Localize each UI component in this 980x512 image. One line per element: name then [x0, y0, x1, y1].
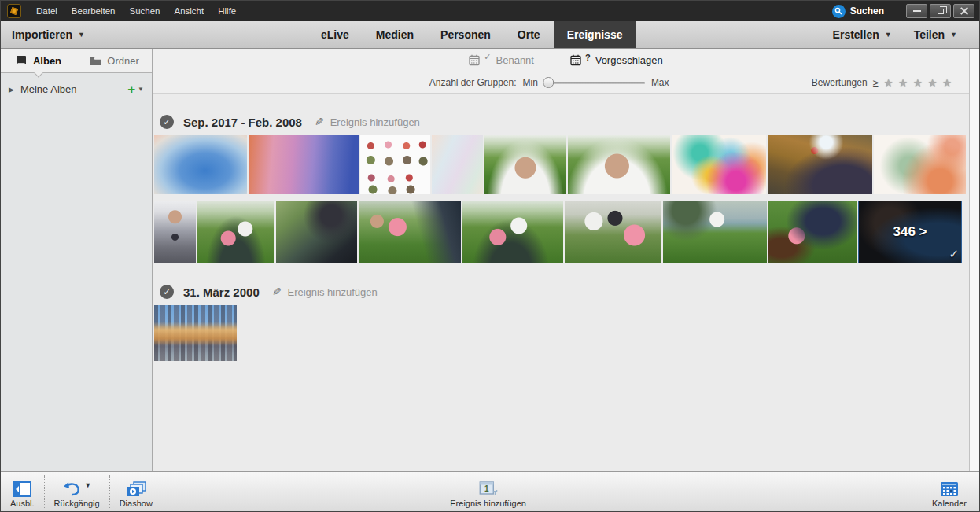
scrollbar[interactable]: [969, 49, 979, 471]
slideshow-button[interactable]: Diashow: [110, 472, 162, 511]
thumb-check-icon[interactable]: ✓: [949, 247, 959, 261]
add-event-link[interactable]: Ereignis hinzufügen: [330, 116, 420, 128]
max-label: Max: [651, 77, 669, 88]
group-check-icon[interactable]: ✓: [160, 285, 174, 299]
photo-thumbnail-family-selfie-2[interactable]: [462, 201, 563, 263]
group-check-icon[interactable]: ✓: [160, 115, 174, 129]
create-button[interactable]: Erstellen ▼: [825, 28, 900, 41]
check-mark: ✓: [484, 52, 491, 62]
chevron-down-icon: ▼: [138, 86, 144, 93]
close-button[interactable]: [953, 4, 974, 18]
question-mark: ?: [585, 53, 591, 62]
app-logo-icon: [7, 4, 21, 18]
event-group-title: Sep. 2017 - Feb. 2008: [183, 116, 302, 129]
tab-personen[interactable]: Personen: [427, 21, 504, 48]
photo-thumbnail-family-lying[interactable]: [768, 201, 857, 263]
calendar-named-icon: [469, 54, 481, 66]
minimize-button[interactable]: [906, 4, 927, 18]
menu-datei[interactable]: Datei: [29, 1, 64, 21]
min-label: Min: [523, 77, 538, 88]
hide-panel-label: Ausbl.: [10, 499, 35, 508]
photo-thumbnail-mountain-biker[interactable]: [768, 135, 872, 194]
organizer-window: DateiBearbeitenSuchenAnsichtHilfe Suchen…: [0, 0, 980, 512]
folders-tab-label: Ordner: [107, 55, 138, 67]
photo-thumbnail-pink-blue-watercolor[interactable]: [249, 135, 359, 194]
navbar: Importieren ▼ eLiveMedienPersonenOrteEre…: [1, 21, 979, 49]
photo-thumbnail-family-phone-closeup[interactable]: [359, 201, 461, 263]
main-panel: ✓ Benannt ? Vorgeschlagen Anzahl der Gru…: [153, 49, 979, 471]
calendar-label: Kalender: [932, 499, 967, 508]
titlebar: DateiBearbeitenSuchenAnsichtHilfe Suchen: [1, 1, 979, 21]
undo-icon: [62, 481, 81, 497]
stack-count-label[interactable]: 346 >: [859, 224, 961, 240]
suggested-tab-label: Vorgeschlagen: [595, 54, 663, 66]
groups-slider[interactable]: [544, 82, 645, 84]
hide-panel-icon: [13, 481, 31, 497]
tab-albums[interactable]: Alben: [1, 49, 76, 72]
chevron-down-icon[interactable]: ▼: [84, 481, 91, 489]
event-group: ✓31. März 2000✎Ereignis hinzufügen: [154, 285, 979, 361]
photo-thumbnail-stack-more[interactable]: 346 >✓: [858, 201, 962, 263]
photo-thumbnail-nyc-skyline[interactable]: [154, 305, 237, 361]
photo-thumbnail-flower-vases[interactable]: [360, 135, 430, 194]
slideshow-icon: [125, 481, 147, 497]
photo-thumbnail-family-selfie-1[interactable]: [197, 201, 274, 263]
menu-bearbeiten[interactable]: Bearbeiten: [64, 1, 123, 21]
photo-thumbnail-family-closeup[interactable]: [565, 201, 661, 263]
add-event-label: Ereignis hinzufügen: [450, 499, 526, 508]
tab-elive[interactable]: eLive: [308, 21, 363, 48]
album-icon: [16, 55, 28, 66]
undo-label: Rückgängig: [54, 499, 100, 508]
slider-knob[interactable]: [543, 77, 554, 88]
edit-pencil-icon[interactable]: ✎: [272, 285, 282, 298]
chevron-down-icon: ▼: [78, 31, 85, 39]
slideshow-label: Diashow: [120, 499, 153, 508]
menu-suchen[interactable]: Suchen: [122, 1, 167, 21]
folder-icon: [89, 56, 101, 66]
tab-folders[interactable]: Ordner: [76, 49, 152, 72]
restore-button[interactable]: [930, 4, 951, 18]
search-icon: [832, 5, 846, 18]
tab-suggested-events[interactable]: ? Vorgeschlagen: [570, 49, 663, 72]
calendar-button[interactable]: Kalender: [923, 472, 976, 511]
event-group-title: 31. März 2000: [183, 285, 260, 299]
add-event-icon: 1: [478, 481, 499, 497]
menu-ansicht[interactable]: Ansicht: [168, 1, 212, 21]
thumbnail-row: 346 >✓: [154, 201, 979, 263]
photo-thumbnail-man-smiling-2[interactable]: [568, 135, 670, 194]
photo-thumbnail-green-orange-watercolor[interactable]: [874, 135, 966, 194]
photo-thumbnail-pastel-watercolor[interactable]: [432, 135, 483, 194]
photo-thumbnail-man-smiling-1[interactable]: [484, 135, 566, 194]
sidebar: Alben Ordner ▶ Meine Alben + ▼: [1, 49, 153, 471]
undo-button[interactable]: ▼ Rückgängig: [45, 472, 109, 511]
tab-named-events[interactable]: ✓ Benannt: [469, 49, 534, 72]
photo-thumbnail-suit-portrait[interactable]: [154, 201, 196, 263]
calendar-icon: [940, 481, 959, 497]
add-event-button[interactable]: 1 Ereignis hinzufügen: [440, 472, 536, 511]
my-albums-row[interactable]: ▶ Meine Alben + ▼: [1, 73, 152, 96]
event-group: ✓Sep. 2017 - Feb. 2008✎Ereignis hinzufüg…: [154, 115, 979, 263]
minimize-icon: [913, 10, 921, 12]
tab-medien[interactable]: Medien: [363, 21, 427, 48]
plus-icon: +: [127, 83, 135, 96]
add-event-link[interactable]: Ereignis hinzufügen: [287, 286, 377, 298]
edit-pencil-icon[interactable]: ✎: [315, 116, 324, 128]
svg-text:1: 1: [484, 484, 489, 493]
search-button[interactable]: Suchen: [832, 5, 884, 18]
tab-orte[interactable]: Orte: [504, 21, 554, 48]
photo-thumbnail-colorful-paint[interactable]: [672, 135, 766, 194]
import-button[interactable]: Importieren ▼: [1, 21, 96, 48]
menu-hilfe[interactable]: Hilfe: [211, 1, 243, 21]
hide-panel-button[interactable]: Ausbl.: [1, 472, 44, 511]
add-album-button[interactable]: + ▼: [127, 83, 144, 96]
share-button[interactable]: Teilen ▼: [906, 28, 965, 41]
thumbnail-row: [154, 305, 979, 361]
photo-thumbnail-overshoulder-phone[interactable]: [276, 201, 357, 263]
photo-thumbnail-blue-watercolor[interactable]: [154, 135, 247, 194]
rating-stars[interactable]: ★★★★★: [884, 77, 957, 89]
photo-thumbnail-kneeling-father[interactable]: [663, 201, 767, 263]
share-label: Teilen: [914, 28, 945, 41]
chevron-down-icon: ▼: [950, 31, 957, 39]
tab-ereignisse[interactable]: Ereignisse: [554, 21, 636, 48]
expand-triangle-icon[interactable]: ▶: [9, 86, 14, 94]
